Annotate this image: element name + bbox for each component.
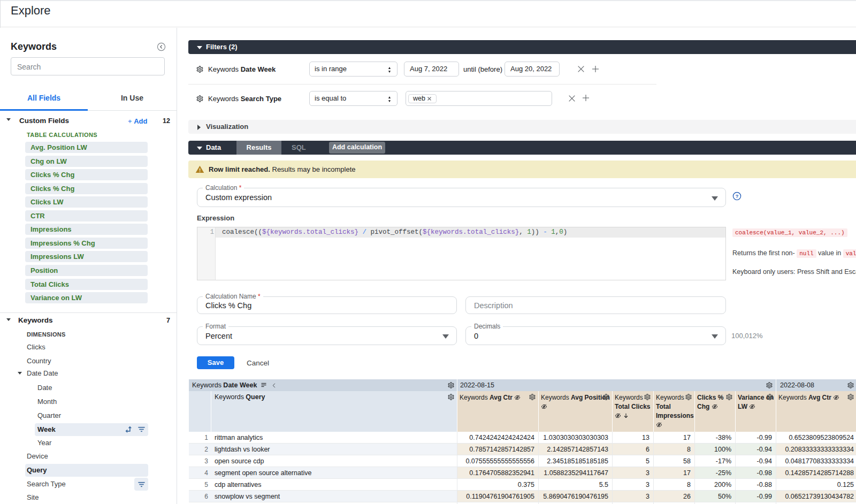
- svg-text:?: ?: [736, 194, 739, 199]
